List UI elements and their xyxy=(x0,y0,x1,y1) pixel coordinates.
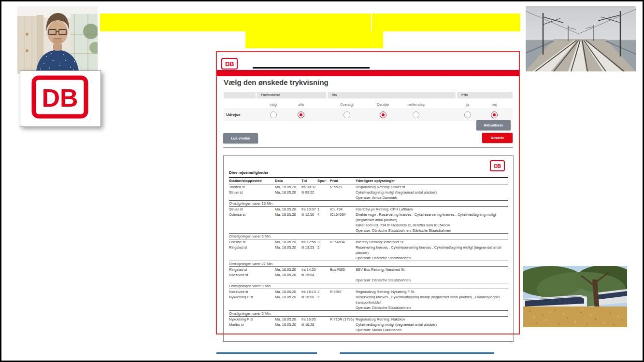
db-logo-dialog: DB xyxy=(221,58,238,70)
option-label-valgt: valgt xyxy=(261,102,286,107)
radio-mellemstop[interactable] xyxy=(413,111,419,118)
footer-link-redacted-1[interactable] xyxy=(216,352,317,354)
radio-Oversigt[interactable] xyxy=(343,111,350,118)
journey-segment: Ringsted stNaestved stMa, 18.05.20Ma, 18… xyxy=(229,267,508,283)
printout-panel: DB Dine rejsemuligheder Station/stoppest… xyxy=(223,155,514,342)
journey-segment: Naestved stNykoebing F stMa, 18.05.20Ma,… xyxy=(229,289,508,310)
option-labels-row: valgtalleOversigtDetaljermellemstopjanej xyxy=(224,98,513,108)
journey-col-header: Dato xyxy=(275,178,301,184)
luk-vindue-button[interactable]: Luk vindue xyxy=(223,133,258,143)
journey-table-header: Station/stoppestedDatoTidSporProdYderlig… xyxy=(229,177,508,184)
db-logo-large: DB xyxy=(20,70,101,127)
option-label-mellemstop: mellemstop xyxy=(404,102,428,107)
option-label-Oversigt: Oversigt xyxy=(335,102,359,107)
journey-col-header: Station/stoppested xyxy=(229,178,275,184)
journey-table-body: Thisted stStruer stMa, 18.05.20Ma, 18.05… xyxy=(229,184,508,333)
svg-text:DB: DB xyxy=(42,84,78,112)
redacted-title-bar xyxy=(253,67,370,69)
option-group-Vis: Vis xyxy=(328,92,456,98)
train-photo xyxy=(523,266,627,327)
radio-valgt[interactable] xyxy=(270,111,277,118)
printout-heading: Dine rejsemuligheder xyxy=(229,170,268,175)
transfer-note: Omstigningen varer 27 Min. xyxy=(229,261,277,266)
radio-Detaljer[interactable] xyxy=(380,111,386,118)
journey-segment: Nykoebing F stMaribo stMa, 18.05.20Ma, 1… xyxy=(229,317,508,333)
radio-nej[interactable] xyxy=(491,111,498,118)
radio-ja[interactable] xyxy=(464,111,471,118)
dialog-red-bar xyxy=(217,70,519,76)
option-group-Pris: Pris xyxy=(457,92,513,98)
journey-col-header: Yderligere oplysninger xyxy=(356,178,508,184)
portrait-photo xyxy=(17,6,98,74)
journey-table: Station/stoppestedDatoTidSporProdYderlig… xyxy=(229,177,508,333)
footer-link-redacted-2[interactable] xyxy=(340,352,494,354)
bridge-photo xyxy=(526,6,636,71)
journey-col-header: Tid xyxy=(301,178,317,184)
option-group-Forbindelse: Forbindelse xyxy=(257,92,326,98)
highlight-bar-sub xyxy=(245,31,383,48)
journey-col-header: Spor xyxy=(317,178,330,184)
option-label-Detaljer: Detaljer xyxy=(371,102,395,107)
highlight-bar-top xyxy=(100,14,520,31)
db-logo-printout: DB xyxy=(490,160,505,171)
journey-segment: Thisted stStruer stMa, 18.05.20Ma, 18.05… xyxy=(229,184,508,200)
transfer-note: Omstigningen varer 6 Min. xyxy=(229,234,277,239)
radio-alle[interactable] xyxy=(298,111,304,118)
option-group-blank xyxy=(224,92,256,98)
db-logo-text: DB xyxy=(225,60,234,68)
option-label-ja: ja xyxy=(456,102,480,107)
journey-col-header: Prod xyxy=(330,178,356,184)
journey-segment: Struer stOdense stMa, 18.05.20Ma, 18.05.… xyxy=(229,207,508,233)
slide: DB xyxy=(0,0,644,362)
db-logo-text: DB xyxy=(494,163,501,169)
transfer-note: Omstigningen varer 9 Min. xyxy=(229,283,277,289)
option-radios-row: Udrejse xyxy=(224,108,513,121)
transfer-note: Omstigningen varer 15 Min. xyxy=(229,201,277,206)
journey-segment: Odense stRingsted stMa, 18.05.20Ma, 18.0… xyxy=(229,239,508,261)
dialog-divider xyxy=(223,147,513,148)
aktualisere-button[interactable]: Aktualisere xyxy=(476,120,511,130)
option-label-nej: nej xyxy=(482,102,506,107)
highlight-seam xyxy=(371,14,372,31)
transfer-note: Omstigningen varer 5 Min. xyxy=(229,311,277,316)
dialog-title: Vælg den ønskede trykvisning xyxy=(224,78,329,86)
print-options: ForbindelseVisPris valgtalleOversigtDeta… xyxy=(224,92,513,122)
udskriv-button[interactable]: Udskriv xyxy=(482,133,513,143)
row-label-udrejse: Udrejse xyxy=(226,112,240,117)
option-label-alle: alle xyxy=(289,102,313,107)
